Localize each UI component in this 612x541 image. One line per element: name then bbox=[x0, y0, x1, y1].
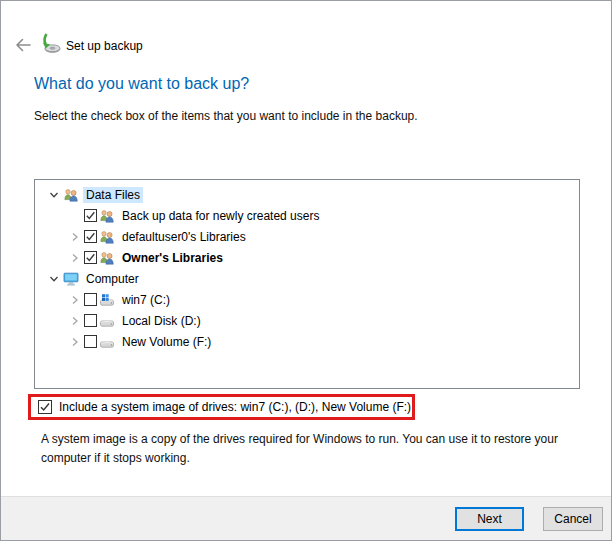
system-image-label[interactable]: Include a system image of drives: win7 (… bbox=[59, 400, 411, 414]
chevron-right-icon[interactable] bbox=[66, 250, 84, 266]
tree-item[interactable]: New Volume (F:) bbox=[35, 331, 579, 352]
checkmark-icon bbox=[39, 401, 51, 413]
chevron-right-icon[interactable] bbox=[66, 229, 84, 245]
cancel-button[interactable]: Cancel bbox=[543, 507, 603, 531]
tree-checkbox[interactable] bbox=[84, 335, 97, 348]
computer-icon bbox=[63, 271, 79, 287]
chevron-right-icon[interactable] bbox=[66, 313, 84, 329]
back-button[interactable] bbox=[13, 35, 33, 55]
instruction-text: Select the check box of the items that y… bbox=[34, 109, 418, 123]
tree-checkbox[interactable] bbox=[84, 314, 97, 327]
users-icon bbox=[63, 187, 79, 203]
drive-icon bbox=[99, 313, 115, 329]
system-image-description: A system image is a copy of the drives r… bbox=[41, 430, 593, 467]
chevron-right-icon[interactable] bbox=[66, 334, 84, 350]
tree-item[interactable]: Owner's Libraries bbox=[35, 247, 579, 268]
tree-item-label[interactable]: Owner's Libraries bbox=[119, 250, 226, 266]
tree-item[interactable]: Back up data for newly created users bbox=[35, 205, 579, 226]
back-arrow-icon bbox=[14, 36, 32, 54]
backup-tree[interactable]: Data FilesBack up data for newly created… bbox=[34, 179, 580, 389]
page-heading: What do you want to back up? bbox=[34, 75, 249, 93]
chevron-right-icon[interactable] bbox=[66, 292, 84, 308]
tree-item[interactable]: defaultuser0's Libraries bbox=[35, 226, 579, 247]
tree-item-label[interactable]: win7 (C:) bbox=[119, 292, 173, 308]
tree-checkbox[interactable] bbox=[84, 230, 97, 243]
tree-item[interactable]: Data Files bbox=[35, 184, 579, 205]
tree-item-label[interactable]: New Volume (F:) bbox=[119, 334, 214, 350]
chevron-down-icon[interactable] bbox=[45, 271, 63, 287]
drive-icon bbox=[99, 334, 115, 350]
setup-backup-dialog: Set up backup What do you want to back u… bbox=[0, 0, 612, 541]
tree-checkbox[interactable] bbox=[84, 251, 97, 264]
expander-spacer bbox=[66, 208, 84, 224]
tree-item-label[interactable]: Local Disk (D:) bbox=[119, 313, 204, 329]
users-icon bbox=[99, 250, 115, 266]
users-icon bbox=[99, 208, 115, 224]
users-icon bbox=[99, 229, 115, 245]
tree-item-label[interactable]: Data Files bbox=[83, 187, 143, 203]
next-button[interactable]: Next bbox=[455, 507, 524, 531]
tree-item-label[interactable]: defaultuser0's Libraries bbox=[119, 229, 249, 245]
tree-item[interactable]: Local Disk (D:) bbox=[35, 310, 579, 331]
page-title: Set up backup bbox=[66, 39, 143, 53]
chevron-down-icon[interactable] bbox=[45, 187, 63, 203]
tree-item-label[interactable]: Computer bbox=[83, 271, 142, 287]
tree-item[interactable]: Computer bbox=[35, 268, 579, 289]
backup-disc-green-arrow-icon bbox=[40, 33, 62, 55]
system-image-row[interactable]: Include a system image of drives: win7 (… bbox=[38, 397, 411, 417]
tree-item[interactable]: win7 (C:) bbox=[35, 289, 579, 310]
footer-bar: Next Cancel bbox=[1, 496, 611, 540]
system-image-checkbox[interactable] bbox=[38, 400, 52, 414]
tree-checkbox[interactable] bbox=[84, 209, 97, 222]
tree-item-label[interactable]: Back up data for newly created users bbox=[119, 208, 322, 224]
drive-windows-icon bbox=[99, 292, 115, 308]
tree-checkbox[interactable] bbox=[84, 293, 97, 306]
